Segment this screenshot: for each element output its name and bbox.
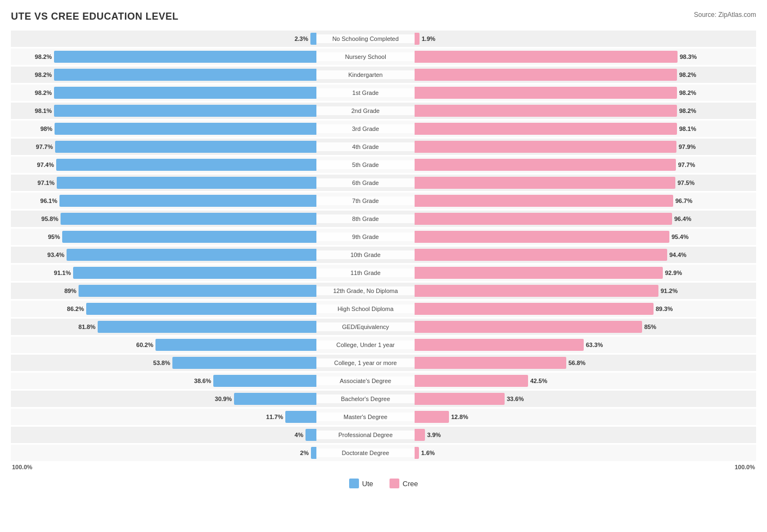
cree-bar xyxy=(415,69,677,81)
ute-bar xyxy=(86,303,316,315)
right-bar-container: 96.4% xyxy=(415,211,720,227)
right-bar-container: 56.8% xyxy=(415,355,720,371)
left-bar-container: 91.1% xyxy=(11,265,316,281)
ute-value-label: 86.2% xyxy=(63,306,84,312)
ute-value-label: 93.4% xyxy=(44,252,64,258)
cree-value-label: 98.2% xyxy=(679,89,700,96)
ute-value-label: 97.1% xyxy=(34,180,55,186)
cree-bar xyxy=(415,447,419,459)
cree-value-label: 98.3% xyxy=(680,53,700,60)
right-bar-container: 1.6% xyxy=(415,445,720,461)
ute-value-label: 53.8% xyxy=(149,360,170,366)
cree-bar xyxy=(415,33,420,45)
ute-bar xyxy=(79,285,316,297)
right-bar-container: 89.3% xyxy=(415,301,720,317)
table-row: 98.2%Nursery School98.3% xyxy=(11,49,756,65)
ute-value-label: 60.2% xyxy=(133,342,153,348)
left-bar-container: 60.2% xyxy=(11,337,316,353)
cree-value-label: 94.4% xyxy=(669,252,690,258)
ute-bar xyxy=(98,321,316,333)
right-bar-container: 63.3% xyxy=(415,337,720,353)
left-bar-container: 98% xyxy=(11,121,316,137)
table-row: 86.2%High School Diploma89.3% xyxy=(11,301,756,317)
right-bar-container: 91.2% xyxy=(415,283,720,299)
ute-bar xyxy=(310,33,316,45)
ute-bar xyxy=(62,231,316,243)
table-row: 4%Professional Degree3.9% xyxy=(11,427,756,443)
right-bar-container: 97.9% xyxy=(415,139,720,155)
category-label: 2nd Grade xyxy=(316,106,415,115)
left-bar-container: 11.7% xyxy=(11,409,316,425)
table-row: 2%Doctorate Degree1.6% xyxy=(11,445,756,461)
ute-value-label: 11.7% xyxy=(262,414,283,420)
cree-bar xyxy=(415,177,675,189)
ute-value-label: 98.2% xyxy=(31,89,52,96)
cree-bar xyxy=(415,249,667,261)
category-label: 6th Grade xyxy=(316,178,415,187)
ute-bar xyxy=(56,159,316,171)
right-bar-container: 97.5% xyxy=(415,175,720,191)
cree-value-label: 98.1% xyxy=(679,125,700,132)
cree-bar xyxy=(415,141,676,153)
table-row: 95%9th Grade95.4% xyxy=(11,229,756,245)
category-label: 1st Grade xyxy=(316,88,415,97)
left-bar-container: 95.8% xyxy=(11,211,316,227)
ute-bar xyxy=(285,411,316,423)
right-bar-container: 85% xyxy=(415,319,720,335)
right-bar-container: 98.1% xyxy=(415,121,720,137)
ute-bar xyxy=(54,69,316,81)
bottom-right-label: 100.0% xyxy=(735,464,755,470)
category-label: 10th Grade xyxy=(316,250,415,259)
cree-value-label: 1.6% xyxy=(421,450,442,456)
cree-value-label: 96.4% xyxy=(674,216,695,222)
category-label: 12th Grade, No Diploma xyxy=(316,286,415,295)
table-row: 98.2%1st Grade98.2% xyxy=(11,85,756,101)
cree-value-label: 85% xyxy=(644,324,665,330)
category-label: 4th Grade xyxy=(316,142,415,151)
left-bar-container: 30.9% xyxy=(11,391,316,407)
right-bar-container: 96.7% xyxy=(415,193,720,209)
right-bar-container: 98.2% xyxy=(415,85,720,101)
cree-bar xyxy=(415,357,566,369)
ute-value-label: 81.8% xyxy=(75,324,95,330)
ute-value-label: 30.9% xyxy=(211,396,232,402)
ute-bar xyxy=(55,141,316,153)
ute-value-label: 98.2% xyxy=(31,71,52,78)
cree-value-label: 98.2% xyxy=(679,107,700,114)
chart-title: UTE VS CREE EDUCATION LEVEL xyxy=(11,11,756,22)
cree-bar xyxy=(415,411,449,423)
cree-bar xyxy=(415,393,505,405)
right-bar-container: 3.9% xyxy=(415,427,720,443)
chart-area: 2.3%No Schooling Completed1.9%98.2%Nurse… xyxy=(11,31,756,461)
cree-bar xyxy=(415,51,678,63)
category-label: Associate's Degree xyxy=(316,376,415,385)
ute-value-label: 2.3% xyxy=(287,35,308,42)
cree-value-label: 95.4% xyxy=(672,234,692,240)
table-row: 96.1%7th Grade96.7% xyxy=(11,193,756,209)
cree-bar xyxy=(415,123,677,135)
right-bar-container: 42.5% xyxy=(415,373,720,389)
table-row: 53.8%College, 1 year or more56.8% xyxy=(11,355,756,371)
category-label: 9th Grade xyxy=(316,232,415,241)
category-label: 11th Grade xyxy=(316,268,415,277)
ute-value-label: 95.8% xyxy=(38,216,58,222)
cree-value-label: 56.8% xyxy=(568,360,589,366)
category-label: 8th Grade xyxy=(316,214,415,223)
cree-bar xyxy=(415,105,677,117)
cree-value-label: 91.2% xyxy=(661,288,681,294)
ute-value-label: 98.2% xyxy=(31,53,52,60)
ute-value-label: 98.1% xyxy=(31,107,52,114)
ute-value-label: 89% xyxy=(56,288,76,294)
bottom-left-label: 100.0% xyxy=(12,464,32,470)
right-bar-container: 33.6% xyxy=(415,391,720,407)
ute-bar xyxy=(54,105,316,117)
category-label: Kindergarten xyxy=(316,70,415,79)
table-row: 38.6%Associate's Degree42.5% xyxy=(11,373,756,389)
cree-bar xyxy=(415,159,676,171)
left-bar-container: 81.8% xyxy=(11,319,316,335)
table-row: 11.7%Master's Degree12.8% xyxy=(11,409,756,425)
table-row: 30.9%Bachelor's Degree33.6% xyxy=(11,391,756,407)
cree-value-label: 1.9% xyxy=(422,35,442,42)
ute-bar xyxy=(73,267,316,279)
left-bar-container: 97.1% xyxy=(11,175,316,191)
